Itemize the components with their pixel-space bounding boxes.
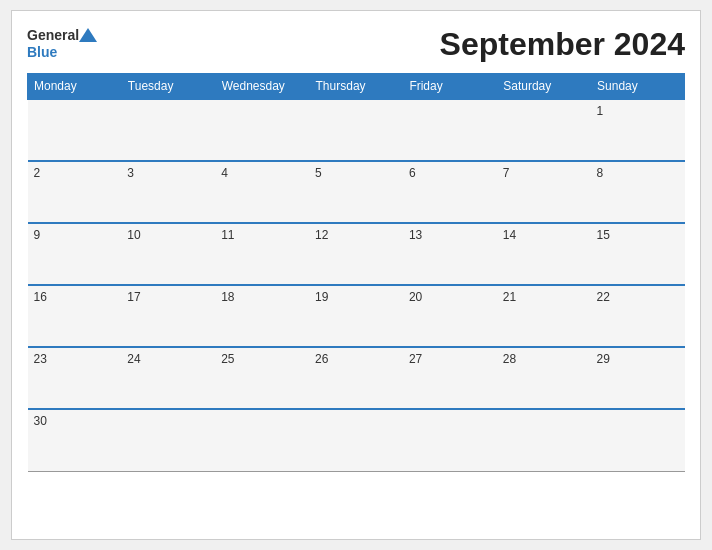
weekday-header-row: Monday Tuesday Wednesday Thursday Friday… (28, 74, 685, 100)
day-cell: 15 (591, 223, 685, 285)
logo-blue-label: Blue (27, 44, 57, 60)
day-cell: 8 (591, 161, 685, 223)
day-cell: 29 (591, 347, 685, 409)
day-cell: 28 (497, 347, 591, 409)
header-saturday: Saturday (497, 74, 591, 100)
svg-marker-0 (79, 28, 97, 42)
day-cell (309, 409, 403, 471)
day-number: 7 (503, 166, 510, 180)
day-cell: 11 (215, 223, 309, 285)
day-number: 3 (127, 166, 134, 180)
day-cell: 21 (497, 285, 591, 347)
month-title: September 2024 (440, 26, 685, 63)
day-number: 11 (221, 228, 234, 242)
calendar-body: 1234567891011121314151617181920212223242… (28, 99, 685, 471)
day-cell (403, 409, 497, 471)
day-cell (497, 99, 591, 161)
day-cell: 30 (28, 409, 122, 471)
header-friday: Friday (403, 74, 497, 100)
week-row-0: 1 (28, 99, 685, 161)
day-number: 22 (597, 290, 610, 304)
day-number: 18 (221, 290, 234, 304)
day-cell: 9 (28, 223, 122, 285)
day-number: 13 (409, 228, 422, 242)
day-cell (497, 409, 591, 471)
day-cell: 13 (403, 223, 497, 285)
day-cell: 27 (403, 347, 497, 409)
day-number: 27 (409, 352, 422, 366)
day-number: 2 (34, 166, 41, 180)
day-cell (121, 409, 215, 471)
day-cell: 26 (309, 347, 403, 409)
logo-general-text: General (27, 28, 79, 43)
day-number: 4 (221, 166, 228, 180)
day-cell: 16 (28, 285, 122, 347)
day-number: 29 (597, 352, 610, 366)
calendar-grid: Monday Tuesday Wednesday Thursday Friday… (27, 73, 685, 472)
day-cell: 6 (403, 161, 497, 223)
day-number: 20 (409, 290, 422, 304)
week-row-4: 23242526272829 (28, 347, 685, 409)
day-number: 14 (503, 228, 516, 242)
day-cell: 2 (28, 161, 122, 223)
header-sunday: Sunday (591, 74, 685, 100)
day-number: 21 (503, 290, 516, 304)
logo-wrapper: General Blue (27, 28, 97, 61)
header-wednesday: Wednesday (215, 74, 309, 100)
day-number: 26 (315, 352, 328, 366)
week-row-2: 9101112131415 (28, 223, 685, 285)
day-number: 16 (34, 290, 47, 304)
day-number: 23 (34, 352, 47, 366)
logo-line1: General (27, 28, 97, 43)
header-thursday: Thursday (309, 74, 403, 100)
day-number: 17 (127, 290, 140, 304)
day-number: 30 (34, 414, 47, 428)
day-number: 12 (315, 228, 328, 242)
calendar-header-row: Monday Tuesday Wednesday Thursday Friday… (28, 74, 685, 100)
day-cell: 10 (121, 223, 215, 285)
day-cell: 17 (121, 285, 215, 347)
calendar-container: General Blue September 2024 Monday Tuesd… (11, 10, 701, 540)
day-cell: 1 (591, 99, 685, 161)
day-number: 8 (597, 166, 604, 180)
day-cell: 24 (121, 347, 215, 409)
day-number: 10 (127, 228, 140, 242)
day-cell (309, 99, 403, 161)
day-cell: 18 (215, 285, 309, 347)
day-cell (121, 99, 215, 161)
day-number: 15 (597, 228, 610, 242)
week-row-1: 2345678 (28, 161, 685, 223)
day-cell: 25 (215, 347, 309, 409)
logo-flag-icon (79, 28, 97, 42)
day-number: 1 (597, 104, 604, 118)
day-cell: 12 (309, 223, 403, 285)
day-cell: 20 (403, 285, 497, 347)
day-cell: 3 (121, 161, 215, 223)
logo-blue-text: Blue (27, 43, 97, 61)
day-cell: 4 (215, 161, 309, 223)
day-number: 6 (409, 166, 416, 180)
day-cell (403, 99, 497, 161)
day-cell (28, 99, 122, 161)
logo: General Blue (27, 28, 97, 61)
day-number: 24 (127, 352, 140, 366)
day-number: 28 (503, 352, 516, 366)
day-cell (591, 409, 685, 471)
day-number: 9 (34, 228, 41, 242)
day-cell: 7 (497, 161, 591, 223)
day-number: 25 (221, 352, 234, 366)
day-number: 19 (315, 290, 328, 304)
day-cell: 14 (497, 223, 591, 285)
week-row-3: 16171819202122 (28, 285, 685, 347)
week-row-5: 30 (28, 409, 685, 471)
header-monday: Monday (28, 74, 122, 100)
calendar-header: General Blue September 2024 (27, 26, 685, 63)
day-cell: 19 (309, 285, 403, 347)
day-cell (215, 99, 309, 161)
day-cell (215, 409, 309, 471)
day-cell: 23 (28, 347, 122, 409)
day-cell: 5 (309, 161, 403, 223)
day-number: 5 (315, 166, 322, 180)
header-tuesday: Tuesday (121, 74, 215, 100)
day-cell: 22 (591, 285, 685, 347)
